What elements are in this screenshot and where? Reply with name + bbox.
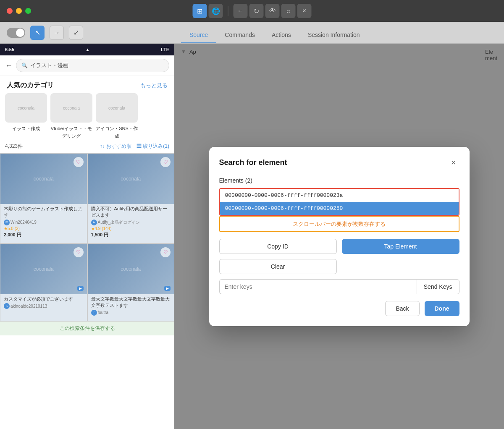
product-title-3: 最大文字数最大文字数最大文字数最大文字数テストます: [91, 296, 171, 309]
product-info-2: カスタマイズが必須でございます a akinoaldo20210113: [0, 294, 87, 311]
category-img-2: coconala: [96, 93, 138, 123]
title-bar-center: ⊞ 🌐 ← ↻ 👁 ⌕ ×: [193, 4, 312, 18]
category-img-1: coconala: [50, 93, 92, 123]
elements-list: 00000000-0000-0006-ffff-ffff0000023a 000…: [219, 188, 459, 216]
category-label-2: アイコン・SNS・作成: [96, 126, 138, 139]
elements-count: Elements (2): [219, 177, 459, 184]
product-seller-0: R Win20240419: [4, 220, 84, 225]
product-card-1[interactable]: coconala ♡ 購入不可）Autify用の商品配送用サービスます A Au…: [87, 153, 175, 243]
product-info-1: 購入不可）Autify用の商品配送用サービスます A Autify_出品者ログイ…: [88, 204, 174, 240]
phone-search-display[interactable]: 🔍 イラスト・漫画: [16, 59, 169, 72]
category-item-1[interactable]: coconala Vtuberイラスト・モデリング: [50, 93, 92, 139]
category-item-2[interactable]: coconala アイコン・SNS・作成: [96, 93, 138, 139]
close-traffic-light[interactable]: [7, 8, 13, 14]
modal-header: Search for element ×: [219, 157, 459, 169]
search-text: イラスト・漫画: [30, 62, 68, 69]
product-card-3[interactable]: coconala ♡ ▶ 最大文字数最大文字数最大文字数最大文字数テストます f…: [87, 243, 175, 321]
product-card-0[interactable]: coconala ♡ 木彫りの熊のゲームイラスト作成します R Win20240…: [0, 153, 87, 243]
tab-session-info[interactable]: Session Information: [299, 27, 368, 43]
video-badge-2: ▶: [77, 286, 84, 291]
product-grid: coconala ♡ 木彫りの熊のゲームイラスト作成します R Win20240…: [0, 153, 174, 321]
fullscreen-traffic-light[interactable]: [25, 8, 31, 14]
section-title-popular: 人気のカテゴリ: [7, 81, 54, 90]
sort-label[interactable]: ↑↓ おすすめ順: [100, 143, 131, 150]
phone-toolbar: ↖ → ⤢: [0, 22, 174, 44]
list-controls: 4,323件 ↑↓ おすすめ順 ☰ 絞り込み(1): [0, 139, 174, 153]
search-icon: 🔍: [21, 63, 28, 68]
category-item-0[interactable]: coconala イラスト作成: [5, 93, 47, 139]
category-grid: coconala イラスト作成 coconala Vtuberイラスト・モデリン…: [0, 93, 174, 139]
product-card-img-0: coconala ♡: [0, 154, 87, 204]
enter-keys-input[interactable]: [219, 279, 417, 294]
video-badge-3: ▶: [164, 286, 171, 291]
product-price-0: 2,000 円: [4, 232, 84, 238]
copy-id-button[interactable]: Copy ID: [219, 239, 337, 254]
clear-button[interactable]: Clear: [219, 259, 337, 274]
modal-actions-row-2: Clear: [219, 259, 459, 274]
filter-label[interactable]: ☰ 絞り込み(1): [136, 143, 169, 150]
toggle-switch[interactable]: [7, 28, 25, 38]
right-wrapper: Source Commands Actions Session Informat…: [174, 22, 504, 429]
category-label-1: Vtuberイラスト・モデリング: [51, 126, 92, 139]
element-item-0[interactable]: 00000000-0000-0006-ffff-ffff0000023a: [220, 189, 459, 202]
minimize-traffic-light[interactable]: [16, 8, 22, 14]
list-sort-filter: ↑↓ おすすめ順 ☰ 絞り込み(1): [100, 143, 169, 150]
phone-wrapper: ↖ → ⤢ 6:55 ▲ LTE ← 🔍: [0, 22, 174, 429]
modal-input-row: Send Keys: [219, 279, 459, 294]
warning-text: スクロールバーの要素が複数存在する: [293, 221, 386, 227]
product-card-img-3: coconala ♡ ▶: [88, 244, 174, 294]
tap-element-button[interactable]: Tap Element: [342, 239, 459, 254]
search-nav-button[interactable]: ⌕: [281, 4, 296, 18]
modal-close-button[interactable]: ×: [448, 157, 459, 169]
status-bar: 6:55 ▲ LTE: [0, 44, 174, 55]
modal-footer: Back Done: [219, 301, 459, 316]
back-nav-button[interactable]: ←: [234, 4, 248, 18]
refresh-nav-button[interactable]: ↻: [249, 4, 264, 18]
product-seller-1: A Autify_出品者ログイン: [91, 220, 171, 225]
modal-title: Search for element: [219, 158, 287, 167]
product-seller-3: f foutra: [91, 310, 171, 316]
tab-source[interactable]: Source: [181, 27, 216, 43]
done-button[interactable]: Done: [425, 301, 459, 316]
tab-actions[interactable]: Actions: [263, 27, 299, 43]
product-rating-0: ★5.0 (2): [4, 226, 84, 231]
product-seller-2: a akinoaldo20210113: [4, 303, 84, 309]
fullscreen-button[interactable]: ⤢: [69, 26, 83, 40]
title-bar: ⊞ 🌐 ← ↻ 👁 ⌕ ×: [0, 0, 504, 22]
right-tabs: Source Commands Actions Session Informat…: [174, 22, 504, 44]
grid-view-button[interactable]: ⊞: [193, 4, 207, 18]
signal-label: LTE: [161, 47, 169, 52]
phone-search-bar: ← 🔍 イラスト・漫画: [0, 55, 174, 76]
arrow-button[interactable]: →: [50, 26, 64, 40]
more-link[interactable]: もっと見る: [140, 82, 168, 89]
product-card-2[interactable]: coconala ♡ ▶ カスタマイズが必須でございます a akinoaldo…: [0, 243, 87, 321]
product-rating-1: ★4.9 (144): [91, 226, 171, 231]
app-wrapper: ⊞ 🌐 ← ↻ 👁 ⌕ × ↖ → ⤢: [0, 0, 504, 429]
tab-commands[interactable]: Commands: [216, 27, 263, 43]
traffic-lights: [7, 8, 31, 14]
pointer-button[interactable]: ↖: [30, 26, 45, 40]
nav-btn-group-right: ← ↻ 👁 ⌕ ×: [234, 4, 312, 18]
modal-overlay: Search for element × Elements (2) 000000…: [174, 44, 504, 429]
search-modal: Search for element × Elements (2) 000000…: [209, 147, 470, 326]
phone-back-button[interactable]: ←: [5, 61, 13, 70]
warning-box: スクロールバーの要素が複数存在する: [219, 216, 459, 232]
product-card-img-1: coconala ♡: [88, 154, 174, 204]
product-info-0: 木彫りの熊のゲームイラスト作成します R Win20240419 ★5.0 (2…: [0, 204, 87, 240]
product-title-1: 購入不可）Autify用の商品配送用サービスます: [91, 206, 171, 219]
globe-button[interactable]: 🌐: [209, 4, 223, 18]
right-body: ▼ Ap Ele ment Search for element ×: [174, 44, 504, 429]
save-search-bar[interactable]: この検索条件を保存する: [0, 321, 174, 335]
warning-icon: ▲: [85, 47, 90, 52]
preview-nav-button[interactable]: 👁: [265, 4, 280, 18]
send-keys-button[interactable]: Send Keys: [417, 279, 459, 294]
category-img-0: coconala: [5, 93, 47, 123]
list-count: 4,323件: [5, 143, 23, 150]
product-card-img-2: coconala ♡ ▶: [0, 244, 87, 294]
product-title-0: 木彫りの熊のゲームイラスト作成します: [4, 206, 84, 219]
category-label-0: イラスト作成: [12, 126, 40, 131]
element-item-1[interactable]: 00000000-0000-0006-ffff-ffff00000250: [220, 202, 459, 215]
product-price-1: 1,500 円: [91, 232, 171, 238]
close-nav-button[interactable]: ×: [297, 4, 312, 18]
back-button[interactable]: Back: [385, 301, 419, 316]
